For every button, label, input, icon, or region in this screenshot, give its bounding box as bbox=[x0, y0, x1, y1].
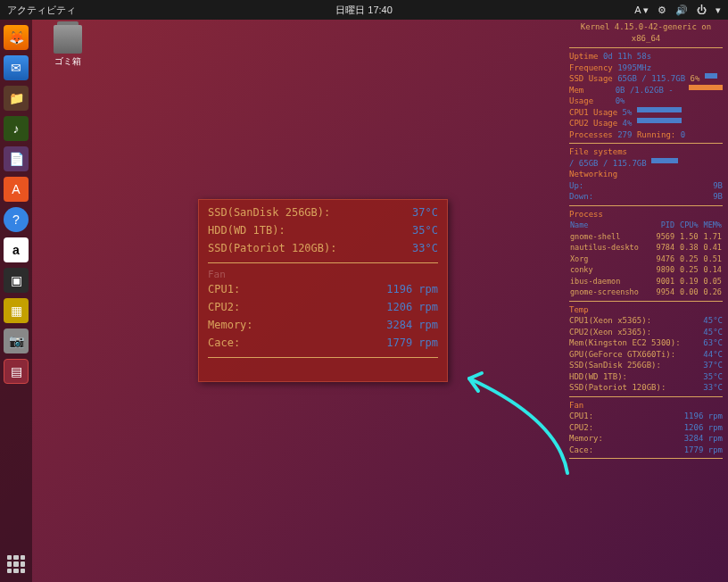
net-down-label: Down: bbox=[569, 192, 593, 201]
clock[interactable]: 日曜日 17:40 bbox=[335, 4, 393, 17]
uptime-label: Uptime bbox=[569, 51, 599, 62]
temp-title: Temp bbox=[569, 304, 723, 316]
temp-value: 35°C bbox=[412, 221, 438, 239]
proc-cell: nautilus-deskto bbox=[569, 242, 652, 254]
proc-cell: 1.71 bbox=[699, 231, 723, 243]
proc-cell: gnome-screensho bbox=[569, 287, 652, 298]
ssd-label: SSD Usage bbox=[569, 73, 613, 85]
fan-section-label: Fan bbox=[208, 269, 438, 280]
proc-cell: Xorg bbox=[569, 254, 652, 265]
dock-app-libreoffice[interactable]: 📄 bbox=[4, 146, 29, 171]
side-temp-label: Mem(Kingston EC2 5300): bbox=[569, 337, 681, 349]
fan-value: 1206 rpm bbox=[386, 298, 438, 316]
power-icon[interactable]: ⏻ bbox=[697, 4, 707, 15]
side-fan-val: 1196 rpm bbox=[684, 411, 723, 422]
cpu1-bar bbox=[637, 107, 682, 112]
side-fan-label: Cace: bbox=[569, 445, 593, 456]
proc-cell: 9890 bbox=[652, 264, 675, 276]
side-fan-label: CPU2: bbox=[569, 422, 593, 434]
side-temp-val: 63°C bbox=[703, 337, 723, 349]
ssd-pct: 6% bbox=[690, 73, 699, 85]
net-up-label: Up: bbox=[569, 181, 583, 190]
proc-header: MEM% bbox=[699, 220, 723, 231]
side-fan-label: Memory: bbox=[569, 433, 603, 445]
dock-app-thunderbird[interactable]: ✉ bbox=[4, 55, 29, 80]
dock: 🦊 ✉ 📁 ♪ 📄 A ? a ▣ ▦ 📷 ▤ bbox=[0, 20, 32, 582]
show-applications-button[interactable] bbox=[4, 552, 29, 577]
side-temp-val: 33°C bbox=[703, 382, 723, 394]
processes-value: 279 bbox=[617, 129, 632, 141]
net-title: Networking bbox=[569, 169, 723, 180]
temp-value: 37°C bbox=[412, 204, 438, 221]
running-label: Running: bbox=[637, 129, 675, 141]
mem-bar bbox=[689, 85, 723, 90]
chevron-down-icon[interactable]: ▾ bbox=[716, 4, 721, 16]
fan-label: CPU2: bbox=[208, 298, 240, 316]
cpu2-value: 4% bbox=[623, 118, 633, 129]
proc-cell: ibus-daemon bbox=[569, 276, 652, 287]
side-temp-val: 37°C bbox=[703, 360, 723, 371]
proc-cell: 9476 bbox=[652, 254, 675, 265]
fan-value: 1196 rpm bbox=[386, 280, 438, 298]
side-fan-val: 1779 rpm bbox=[684, 445, 723, 456]
proc-title: Process bbox=[569, 209, 723, 220]
side-fan-title: Fan bbox=[569, 400, 723, 412]
processes-label: Processes bbox=[569, 129, 613, 141]
proc-cell: 0.00 bbox=[675, 287, 699, 298]
dock-app-sysmon[interactable]: ▤ bbox=[4, 359, 29, 384]
fs-bar bbox=[651, 158, 678, 163]
fan-label: Cace: bbox=[208, 334, 240, 352]
side-temp-label: GPU(GeForce GTX660Ti): bbox=[569, 349, 675, 361]
dock-app-yellow[interactable]: ▦ bbox=[4, 298, 29, 323]
dock-app-firefox[interactable]: 🦊 bbox=[4, 25, 29, 50]
dock-app-terminal[interactable]: ▣ bbox=[4, 268, 29, 293]
proc-cell: 1.50 bbox=[675, 231, 699, 243]
freq-value: 1995MHz bbox=[617, 62, 651, 74]
side-temp-val: 44°C bbox=[703, 349, 723, 361]
fan-value: 3284 rpm bbox=[386, 316, 438, 334]
desktop-trash[interactable]: ゴミ箱 bbox=[54, 25, 82, 68]
process-table: NamePIDCPU%MEM%gnome-shell95691.501.71na… bbox=[569, 220, 723, 298]
mem-label: Mem Usage bbox=[569, 85, 610, 107]
side-fan-label: CPU1: bbox=[569, 411, 593, 422]
proc-cell: 9784 bbox=[652, 242, 675, 254]
network-icon[interactable]: ⚙ bbox=[658, 4, 666, 16]
temp-label: SSD(SanDisk 256GB): bbox=[208, 204, 330, 221]
side-temp-label: CPU1(Xeon x5365): bbox=[569, 315, 651, 327]
proc-cell: 0.25 bbox=[675, 264, 699, 276]
top-bar: アクティビティ 日曜日 17:40 A ▾ ⚙ 🔊 ⏻ ▾ bbox=[0, 0, 728, 20]
activities-button[interactable]: アクティビティ bbox=[7, 4, 76, 17]
divider bbox=[208, 262, 438, 263]
fan-label: CPU1: bbox=[208, 280, 240, 298]
proc-cell: conky bbox=[569, 264, 652, 276]
proc-cell: 0.19 bbox=[675, 276, 699, 287]
cpu1-label: CPU1 Usage bbox=[569, 107, 617, 119]
input-method-indicator[interactable]: A ▾ bbox=[634, 4, 649, 16]
proc-cell: gnome-shell bbox=[569, 231, 652, 243]
conky-popup-panel: SSD(SanDisk 256GB):37°CHDD(WD 1TB):35°CS… bbox=[198, 199, 448, 382]
proc-cell: 0.38 bbox=[675, 242, 699, 254]
volume-icon[interactable]: 🔊 bbox=[675, 4, 688, 16]
proc-cell: 9954 bbox=[652, 287, 675, 298]
temp-label: HDD(WD 1TB): bbox=[208, 221, 285, 239]
dock-app-screenshot[interactable]: 📷 bbox=[4, 328, 29, 353]
dock-app-help[interactable]: ? bbox=[4, 207, 29, 232]
proc-cell: 0.26 bbox=[699, 287, 723, 298]
side-temp-val: 45°C bbox=[703, 315, 723, 327]
proc-cell: 0.25 bbox=[675, 254, 699, 265]
freq-label: Frequency bbox=[569, 62, 613, 74]
proc-cell: 0.51 bbox=[699, 254, 723, 265]
side-temp-label: CPU2(Xeon x5365): bbox=[569, 327, 651, 338]
dock-app-software[interactable]: A bbox=[4, 177, 29, 202]
annotation-arrow bbox=[451, 366, 585, 491]
dock-app-files[interactable]: 📁 bbox=[4, 86, 29, 111]
proc-cell: 0.05 bbox=[699, 276, 723, 287]
proc-header: CPU% bbox=[675, 220, 699, 231]
fan-value: 1779 rpm bbox=[386, 334, 438, 352]
side-temp-label: HDD(WD 1TB): bbox=[569, 371, 627, 383]
dock-app-amazon[interactable]: a bbox=[4, 237, 29, 262]
trash-icon bbox=[54, 25, 82, 54]
dock-app-rhythmbox[interactable]: ♪ bbox=[4, 116, 29, 141]
fs-row: / 65GB / 115.7GB bbox=[569, 158, 647, 170]
side-fan-val: 3284 rpm bbox=[684, 433, 723, 445]
